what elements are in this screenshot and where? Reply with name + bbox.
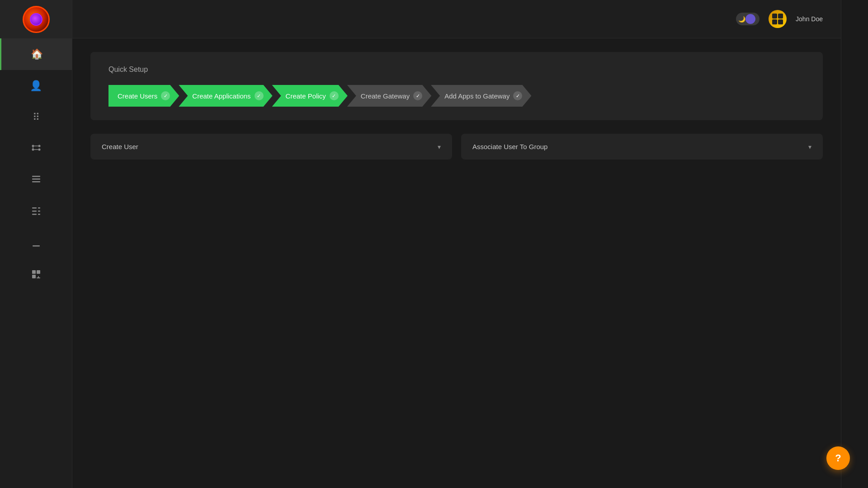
step-create-policy[interactable]: Create Policy ✓ xyxy=(272,85,348,107)
main-content: 🌙 John Doe Quick Setup Create Use xyxy=(72,0,841,488)
sidebar-item-logs[interactable] xyxy=(0,165,72,197)
avatar-grid xyxy=(772,14,783,24)
sidebar-item-settings[interactable] xyxy=(0,197,72,228)
step-add-apps-gateway-check: ✓ xyxy=(513,91,522,100)
bottom-panels: Create User ▾ Associate User To Group ▾ xyxy=(90,134,823,160)
svg-rect-7 xyxy=(32,176,40,177)
sidebar-item-users[interactable]: 👤 xyxy=(0,70,72,102)
svg-rect-12 xyxy=(32,214,37,215)
help-icon: ? xyxy=(835,452,841,464)
logs-icon xyxy=(31,174,42,188)
svg-point-2 xyxy=(32,149,34,151)
logo-inner xyxy=(30,13,42,26)
associate-user-title: Associate User To Group xyxy=(472,143,547,150)
associate-user-header[interactable]: Associate User To Group ▾ xyxy=(461,134,823,160)
integration-icon xyxy=(31,142,42,156)
help-button[interactable]: ? xyxy=(826,446,850,470)
svg-point-3 xyxy=(38,149,40,151)
right-panel xyxy=(841,0,868,488)
step-add-apps-gateway-label: Add Apps to Gateway xyxy=(444,92,509,100)
step-create-applications-check: ✓ xyxy=(255,91,264,100)
svg-rect-11 xyxy=(32,211,37,212)
grid-icon: ⠿ xyxy=(33,112,40,123)
header: 🌙 John Doe xyxy=(72,0,841,38)
svg-rect-10 xyxy=(32,207,37,209)
sidebar-logo xyxy=(0,0,72,38)
users-icon: 👤 xyxy=(30,80,42,92)
quick-setup-panel: Quick Setup Create Users ✓ Create Applic… xyxy=(90,52,823,120)
step-create-gateway[interactable]: Create Gateway ✓ xyxy=(347,85,431,107)
avatar xyxy=(769,10,787,28)
step-create-users[interactable]: Create Users ✓ xyxy=(108,85,179,107)
create-user-header[interactable]: Create User ▾ xyxy=(90,134,452,160)
step-create-users-label: Create Users xyxy=(118,92,157,100)
step-create-applications-label: Create Applications xyxy=(192,92,250,100)
sidebar-item-widgets[interactable] xyxy=(0,260,72,291)
svg-rect-21 xyxy=(37,277,40,278)
settings-icon xyxy=(31,206,42,219)
svg-point-0 xyxy=(32,145,34,147)
svg-rect-17 xyxy=(32,270,36,274)
associate-user-chevron: ▾ xyxy=(808,143,811,150)
steps-container: Create Users ✓ Create Applications ✓ Cre… xyxy=(108,85,805,107)
svg-rect-16 xyxy=(33,245,40,247)
svg-rect-9 xyxy=(32,181,40,183)
step-create-policy-check: ✓ xyxy=(330,91,339,100)
quick-setup-title: Quick Setup xyxy=(108,66,805,74)
svg-point-1 xyxy=(38,145,40,147)
step-create-gateway-label: Create Gateway xyxy=(361,92,410,100)
home-icon: 🏠 xyxy=(31,48,43,60)
step-create-policy-label: Create Policy xyxy=(286,92,326,100)
sidebar-item-apps[interactable]: ⠿ xyxy=(0,102,72,133)
svg-rect-19 xyxy=(32,275,36,278)
theme-toggle[interactable]: 🌙 xyxy=(736,13,760,25)
step-create-gateway-check: ✓ xyxy=(413,91,422,100)
sidebar-item-integrations[interactable] xyxy=(0,133,72,165)
create-user-chevron: ▾ xyxy=(438,143,441,150)
sidebar-item-home[interactable]: 🏠 xyxy=(0,38,72,70)
svg-rect-14 xyxy=(38,211,40,212)
step-create-users-check: ✓ xyxy=(161,91,170,100)
sidebar-item-download[interactable] xyxy=(0,228,72,260)
user-name: John Doe xyxy=(796,15,823,23)
step-create-applications[interactable]: Create Applications ✓ xyxy=(179,85,272,107)
sidebar-nav: 🏠 👤 ⠿ xyxy=(0,38,72,291)
toggle-knob xyxy=(745,14,755,24)
svg-rect-15 xyxy=(38,214,40,215)
step-add-apps-gateway[interactable]: Add Apps to Gateway ✓ xyxy=(431,85,531,107)
associate-user-panel: Associate User To Group ▾ xyxy=(461,134,823,160)
svg-rect-18 xyxy=(37,270,40,274)
download-icon xyxy=(31,237,42,251)
widgets-icon xyxy=(31,269,42,282)
logo-icon xyxy=(23,6,50,33)
svg-rect-8 xyxy=(32,178,40,180)
svg-rect-13 xyxy=(38,207,40,209)
create-user-panel: Create User ▾ xyxy=(90,134,452,160)
create-user-title: Create User xyxy=(102,143,138,150)
page-content: Quick Setup Create Users ✓ Create Applic… xyxy=(72,38,841,488)
sidebar: 🏠 👤 ⠿ xyxy=(0,0,72,488)
header-right: 🌙 John Doe xyxy=(736,10,823,28)
